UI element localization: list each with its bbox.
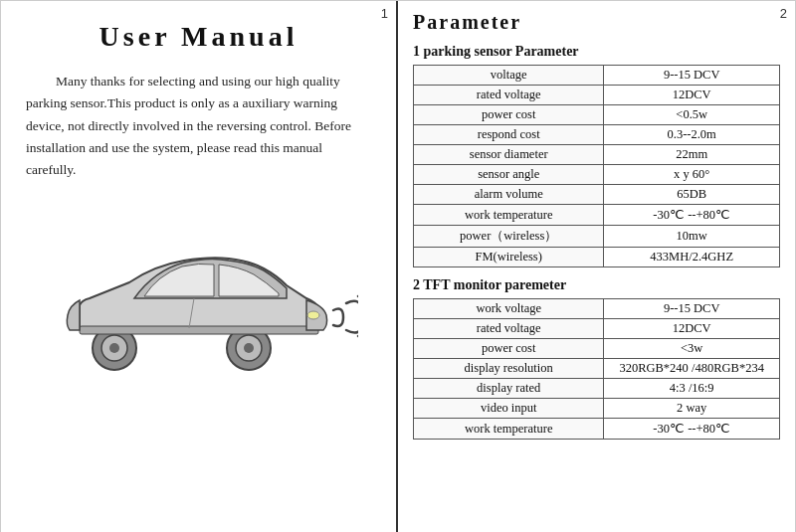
parameter-heading: Parameter	[413, 11, 780, 34]
svg-rect-6	[80, 326, 318, 334]
left-panel: 1 User Manual Many thanks for selecting …	[1, 1, 398, 532]
car-illustration	[26, 211, 371, 380]
table-row: display rated4:3 /16:9	[414, 379, 780, 399]
page-number-right: 2	[780, 6, 787, 21]
table-row: work temperature-30℃ --+80℃	[414, 419, 780, 440]
table-row: sensor anglex y 60°	[414, 165, 780, 185]
table-row: video input2 way	[414, 399, 780, 419]
table-row: power（wireless）10mw	[414, 226, 780, 248]
table-row: power cost<3w	[414, 339, 780, 359]
right-panel: 2 Parameter 1 parking sensor Parameter v…	[398, 1, 795, 532]
intro-text: Many thanks for selecting and using our …	[26, 71, 371, 181]
car-svg	[40, 211, 358, 380]
table-row: rated voltage12DCV	[414, 319, 780, 339]
table-row: power cost<0.5w	[414, 105, 780, 125]
svg-point-2	[109, 343, 119, 353]
table-row: rated voltage12DCV	[414, 86, 780, 105]
section2-title: 2 TFT monitor paremeter	[413, 277, 780, 293]
manual-title: User Manual	[26, 21, 371, 53]
table-row: alarm volume65DB	[414, 185, 780, 205]
table-row: display resolution320RGB*240 /480RGB*234	[414, 359, 780, 379]
table-row: sensor diameter22mm	[414, 145, 780, 165]
svg-point-7	[307, 311, 319, 319]
table-row: respond cost0.3--2.0m	[414, 125, 780, 145]
table-row: voltage9--15 DCV	[414, 66, 780, 86]
page-container: 1 User Manual Many thanks for selecting …	[0, 0, 796, 532]
section1-title: 1 parking sensor Parameter	[413, 44, 780, 60]
table-row: work voltage9--15 DCV	[414, 299, 780, 319]
page-number-left: 1	[381, 6, 388, 21]
parking-sensor-table: voltage9--15 DCVrated voltage12DCVpower …	[413, 65, 780, 267]
svg-point-5	[244, 343, 254, 353]
table-row: work temperature-30℃ --+80℃	[414, 205, 780, 226]
tft-monitor-table: work voltage9--15 DCVrated voltage12DCVp…	[413, 298, 780, 440]
table-row: FM(wireless)433MH/2.4GHZ	[414, 248, 780, 267]
